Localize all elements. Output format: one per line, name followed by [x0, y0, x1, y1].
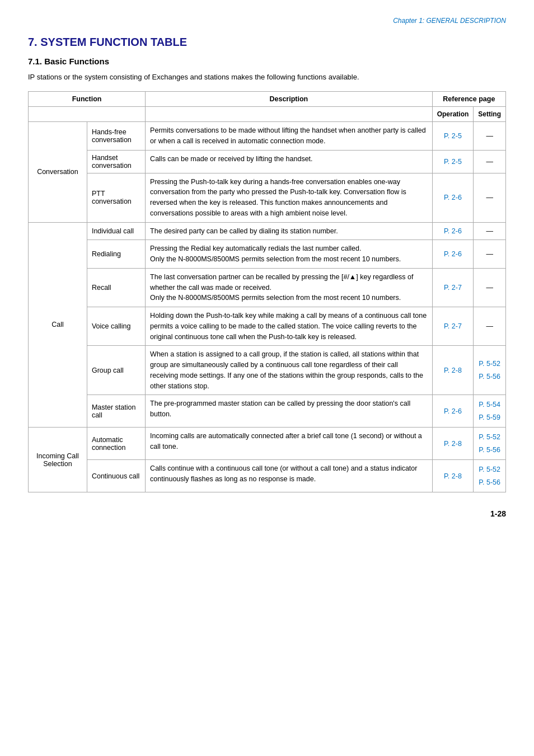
page-number: 1-28 [28, 509, 506, 518]
table-row: RecallThe last conversation partner can … [29, 268, 506, 307]
description-cell: The desired party can be called by diali… [146, 222, 433, 240]
setting-cell: P. 5-52P. 5-56 [474, 460, 506, 492]
table-row: Continuous callCalls continue with a con… [29, 460, 506, 492]
table-body: ConversationHands-free conversationPermi… [29, 122, 506, 492]
subcategory-cell: Handset conversation [87, 150, 145, 173]
operation-cell: P. 2-6 [432, 395, 474, 428]
operation-cell: P. 2-5 [432, 150, 474, 173]
subcategory-cell: Continuous call [87, 460, 145, 492]
setting-cell: P. 5-54P. 5-59 [474, 395, 506, 428]
subcategory-cell: Group call [87, 346, 145, 395]
table-sub-header-row: Operation Setting [29, 107, 506, 122]
subcategory-cell: PTT conversation [87, 173, 145, 222]
description-cell: Calls continue with a continuous call to… [146, 460, 433, 492]
operation-cell: P. 2-6 [432, 240, 474, 269]
table-row: Handset conversationCalls can be made or… [29, 150, 506, 173]
description-cell: Pressing the Redial key automatically re… [146, 240, 433, 269]
subcategory-cell: Automatic connection [87, 428, 145, 460]
category-cell: Conversation [29, 122, 87, 223]
subcategory-cell: Hands-free conversation [87, 122, 145, 151]
operation-cell: P. 2-7 [432, 307, 474, 346]
setting-cell: — [474, 222, 506, 240]
description-cell: Pressing the Push-to-talk key during a h… [146, 173, 433, 222]
table-row: Voice callingHolding down the Push-to-ta… [29, 307, 506, 346]
category-cell: Call [29, 222, 87, 428]
subcategory-cell: Individual call [87, 222, 145, 240]
setting-cell: — [474, 173, 506, 222]
table-header-row: Function Description Reference page [29, 92, 506, 107]
function-sub-header [29, 107, 146, 122]
description-cell: The last conversation partner can be rec… [146, 268, 433, 307]
subcategory-cell: Voice calling [87, 307, 145, 346]
description-header: Description [146, 92, 433, 107]
function-table: Function Description Reference page Oper… [28, 91, 506, 492]
subcategory-cell: Redialing [87, 240, 145, 269]
operation-cell: P. 2-6 [432, 222, 474, 240]
table-row: CallIndividual callThe desired party can… [29, 222, 506, 240]
operation-cell: P. 2-8 [432, 428, 474, 460]
operation-cell: P. 2-6 [432, 173, 474, 222]
setting-cell: — [474, 240, 506, 269]
setting-cell: — [474, 268, 506, 307]
description-cell: Incoming calls are automatically connect… [146, 428, 433, 460]
setting-cell: P. 5-52P. 5-56 [474, 346, 506, 395]
subcategory-cell: Recall [87, 268, 145, 307]
setting-cell: — [474, 122, 506, 151]
table-row: RedialingPressing the Redial key automat… [29, 240, 506, 269]
reference-header: Reference page [432, 92, 505, 107]
description-cell: Calls can be made or received by lifting… [146, 150, 433, 173]
page-title: 7. SYSTEM FUNCTION TABLE [28, 36, 506, 49]
operation-header: Operation [432, 107, 474, 122]
table-row: PTT conversationPressing the Push-to-tal… [29, 173, 506, 222]
category-cell: Incoming Call Selection [29, 428, 87, 492]
description-cell: When a station is assigned to a call gro… [146, 346, 433, 395]
operation-cell: P. 2-5 [432, 122, 474, 151]
setting-cell: — [474, 150, 506, 173]
setting-header: Setting [474, 107, 506, 122]
operation-cell: P. 2-8 [432, 460, 474, 492]
table-row: Incoming Call SelectionAutomatic connect… [29, 428, 506, 460]
section-title: 7.1. Basic Functions [28, 57, 506, 66]
chapter-header: Chapter 1: GENERAL DESCRIPTION [28, 17, 506, 25]
setting-cell: P. 5-52P. 5-56 [474, 428, 506, 460]
operation-cell: P. 2-8 [432, 346, 474, 395]
description-sub-header [146, 107, 433, 122]
description-cell: Holding down the Push-to-talk key while … [146, 307, 433, 346]
table-row: Group callWhen a station is assigned to … [29, 346, 506, 395]
description-cell: Permits conversations to be made without… [146, 122, 433, 151]
function-header: Function [29, 92, 146, 107]
operation-cell: P. 2-7 [432, 268, 474, 307]
chapter-header-text: Chapter 1: GENERAL DESCRIPTION [393, 17, 506, 25]
description-cell: The pre-programmed master station can be… [146, 395, 433, 428]
table-row: ConversationHands-free conversationPermi… [29, 122, 506, 151]
setting-cell: — [474, 307, 506, 346]
table-row: Master station callThe pre-programmed ma… [29, 395, 506, 428]
intro-text: IP stations or the system consisting of … [28, 73, 506, 81]
subcategory-cell: Master station call [87, 395, 145, 428]
